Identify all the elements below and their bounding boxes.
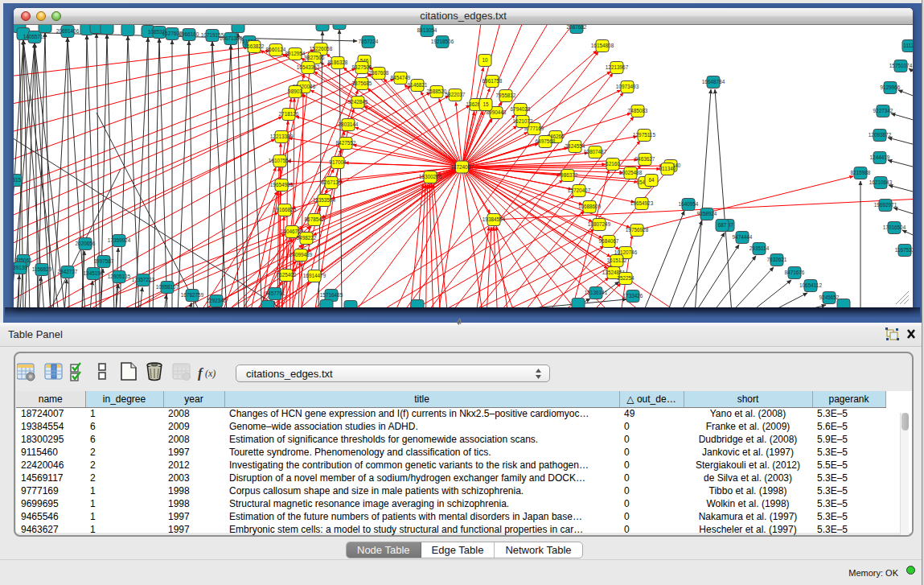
svg-text:8267130: 8267130 <box>322 179 342 185</box>
svg-text:8186328: 8186328 <box>328 60 348 65</box>
svg-text:15751074: 15751074 <box>889 63 913 68</box>
svg-text:19654983: 19654983 <box>270 182 294 187</box>
svg-text:8813054: 8813054 <box>417 27 437 33</box>
svg-text:16210643: 16210643 <box>869 179 893 185</box>
svg-text:9474444: 9474444 <box>733 234 753 240</box>
svg-text:687: 687 <box>718 222 727 228</box>
svg-text:6497568: 6497568 <box>536 138 556 144</box>
svg-text:6794028: 6794028 <box>511 106 531 112</box>
svg-text:1640954: 1640954 <box>679 201 699 207</box>
svg-text:98903: 98903 <box>288 89 302 94</box>
svg-text:17016504: 17016504 <box>883 225 906 230</box>
svg-text:252254: 252254 <box>617 275 634 281</box>
svg-text:9242845: 9242845 <box>348 99 368 105</box>
svg-text:5822037: 5822037 <box>446 92 466 97</box>
svg-text:1112: 1112 <box>903 43 913 48</box>
svg-text:16648784: 16648784 <box>702 79 725 84</box>
svg-text:19384554: 19384554 <box>483 216 506 222</box>
svg-text:3875685: 3875685 <box>352 80 372 86</box>
svg-text:10654112: 10654112 <box>799 282 822 288</box>
svg-text:3824554: 3824554 <box>565 143 585 149</box>
svg-text:2367608: 2367608 <box>369 70 389 76</box>
svg-text:12905135: 12905135 <box>108 274 131 279</box>
svg-text:14055712: 14055712 <box>23 34 47 39</box>
svg-text:19756928: 19756928 <box>626 227 649 233</box>
svg-text:9245652: 9245652 <box>819 295 840 300</box>
svg-text:17357223: 17357223 <box>132 277 155 282</box>
svg-text:6966160: 6966160 <box>179 31 199 37</box>
svg-text:9457791: 9457791 <box>265 290 285 296</box>
svg-text:12093872: 12093872 <box>869 132 892 138</box>
svg-text:9684067: 9684067 <box>599 238 619 244</box>
svg-text:16033809: 16033809 <box>328 25 351 26</box>
svg-text:10025488: 10025488 <box>619 170 643 175</box>
svg-text:62160: 62160 <box>606 161 620 167</box>
svg-text:15226058: 15226058 <box>310 46 333 51</box>
svg-text:15: 15 <box>483 101 489 107</box>
svg-text:64: 64 <box>648 177 655 183</box>
svg-text:9146821: 9146821 <box>408 82 428 88</box>
svg-text:8454749: 8454749 <box>391 75 411 80</box>
svg-text:16543362: 16543362 <box>297 64 320 70</box>
svg-text:16107554: 16107554 <box>269 158 292 163</box>
svg-text:7485083: 7485083 <box>628 108 648 113</box>
svg-text:19166825: 19166825 <box>273 207 297 212</box>
svg-text:10958107: 10958107 <box>156 284 179 290</box>
svg-text:18300295: 18300295 <box>419 174 442 179</box>
svg-text:2942737: 2942737 <box>58 269 78 274</box>
svg-text:9358924: 9358924 <box>697 211 717 216</box>
svg-text:16782759: 16782759 <box>181 292 204 298</box>
svg-text:17359924: 17359924 <box>108 237 131 243</box>
svg-text:1156829: 1156829 <box>32 266 52 272</box>
svg-text:19692971: 19692971 <box>874 202 897 208</box>
svg-text:5498222: 5498222 <box>297 235 317 241</box>
svg-text:11353594: 11353594 <box>313 197 335 203</box>
svg-text:1292346: 1292346 <box>207 298 227 303</box>
svg-text:8471676: 8471676 <box>785 270 805 275</box>
svg-text:3997587: 3997587 <box>94 258 114 264</box>
svg-text:1615132: 1615132 <box>607 257 627 263</box>
svg-text:7955812: 7955812 <box>496 93 516 98</box>
svg-text:7857224: 7857224 <box>359 39 379 44</box>
svg-text:8660124: 8660124 <box>266 47 286 52</box>
svg-text:15136141: 15136141 <box>585 290 608 295</box>
svg-text:1244419: 1244419 <box>870 154 890 160</box>
svg-text:39139: 39139 <box>14 265 27 270</box>
svg-text:8912954: 8912954 <box>285 51 306 56</box>
svg-text:15720407: 15720407 <box>568 187 591 193</box>
svg-text:18807249: 18807249 <box>588 221 611 227</box>
svg-text:1733426: 1733426 <box>623 293 643 299</box>
svg-text:1345194: 1345194 <box>84 270 104 276</box>
svg-text:9827506: 9827506 <box>305 55 325 60</box>
svg-text:(x): (x) <box>205 368 216 379</box>
svg-text:9463627: 9463627 <box>635 156 655 162</box>
svg-text:19218506: 19218506 <box>431 39 454 44</box>
svg-text:8678542: 8678542 <box>305 216 325 222</box>
svg-text:911340: 911340 <box>659 166 676 171</box>
svg-text:f: f <box>198 365 204 381</box>
svg-text:18724007: 18724007 <box>450 164 474 170</box>
svg-text:2020656: 2020656 <box>76 241 96 246</box>
svg-text:10807487: 10807487 <box>584 149 607 154</box>
svg-text:8427552: 8427552 <box>336 140 356 146</box>
svg-text:2803144: 2803144 <box>339 122 359 127</box>
svg-text:16914479: 16914479 <box>303 273 326 278</box>
svg-text:10: 10 <box>482 57 488 63</box>
svg-text:1167533: 1167533 <box>895 247 913 253</box>
svg-text:2588520: 2588520 <box>427 89 447 94</box>
svg-text:7986372: 7986372 <box>558 172 578 178</box>
svg-text:917004: 917004 <box>329 159 347 165</box>
svg-text:6961758: 6961758 <box>483 78 503 84</box>
svg-text:9129966: 9129966 <box>881 84 901 90</box>
svg-text:15716485: 15716485 <box>320 292 343 298</box>
svg-text:10973493: 10973493 <box>616 84 639 89</box>
svg-text:14099489: 14099489 <box>290 252 313 257</box>
svg-text:19654923: 19654923 <box>630 200 654 206</box>
svg-text:12975115: 12975115 <box>633 132 655 138</box>
svg-text:2718126: 2718126 <box>279 111 299 117</box>
svg-text:3315: 3315 <box>14 177 22 183</box>
svg-text:7625402: 7625402 <box>277 272 297 278</box>
svg-text:1621072: 1621072 <box>513 118 533 124</box>
svg-text:7663822: 7663822 <box>244 43 265 49</box>
svg-text:7632621: 7632621 <box>767 257 787 262</box>
